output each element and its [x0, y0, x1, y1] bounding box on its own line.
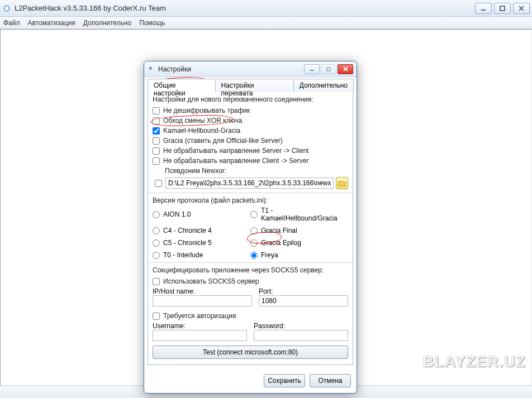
tabs-bar: Общие настройки Настройки перехвата Допо… — [148, 78, 353, 92]
radio-t0[interactable]: T0 - Interlude — [153, 251, 250, 259]
main-close-button[interactable] — [513, 3, 530, 14]
chk-no-c2s[interactable]: Не обрабатывать направление Client -> Se… — [153, 156, 348, 166]
port-input[interactable] — [259, 295, 348, 306]
dialog-footer: Сохранить Отмена — [144, 370, 357, 393]
dialog-window-controls — [304, 64, 353, 74]
ip-input[interactable] — [153, 295, 252, 306]
main-maximize-button[interactable] — [494, 3, 511, 14]
port-field: Port: — [259, 287, 348, 306]
browse-button[interactable] — [336, 177, 348, 189]
radio-t1[interactable]: T1 - Kamael/Hellbound/Gracia — [250, 207, 348, 222]
radio-gfinal-label: Gracia Final — [261, 227, 297, 234]
proto-radio-group: AION 1.0 T1 - Kamael/Hellbound/Gracia C4… — [153, 207, 348, 259]
main-window-controls — [473, 3, 530, 14]
chk-gracia-input[interactable] — [153, 137, 160, 145]
divider — [148, 193, 353, 193]
app-icon — [2, 4, 11, 13]
radio-c4-label: C4 - Chronicle 4 — [163, 227, 212, 234]
dialog-close-button[interactable] — [338, 64, 353, 74]
tab-extra[interactable]: Дополнительно — [293, 79, 354, 92]
radio-c4-input[interactable] — [153, 227, 160, 234]
dialog-title: Настройки — [158, 65, 304, 73]
radio-gep-label: Gracia Epilog — [261, 239, 301, 247]
ip-label: IP/Host name: — [153, 287, 252, 295]
maximize-icon — [500, 6, 505, 11]
radio-freya-input[interactable] — [250, 252, 258, 259]
radio-c5-input[interactable] — [153, 239, 160, 247]
divider — [148, 262, 353, 263]
chk-gracia-label: Gracia (ставить для Official-like Server… — [163, 137, 283, 145]
chk-auth-label: Требуется авторизация — [163, 312, 236, 320]
chk-auth-input[interactable] — [153, 313, 160, 320]
newxor-path-row — [153, 177, 348, 189]
menu-help[interactable]: Помощь — [139, 19, 165, 27]
main-titlebar[interactable]: L2PacketHack v3.5.33.166 by CoderX.ru Te… — [0, 0, 532, 17]
radio-aion-input[interactable] — [153, 211, 160, 218]
main-window: L2PacketHack v3.5.33.166 by CoderX.ru Te… — [0, 0, 532, 398]
minimize-icon — [481, 6, 486, 11]
user-label: Username: — [153, 322, 247, 330]
radio-t0-input[interactable] — [153, 252, 160, 259]
chk-no-s2c-input[interactable] — [153, 147, 160, 155]
newxor-path-input[interactable] — [165, 178, 334, 189]
tab-panel-general: Настройки для нового перехваченного соед… — [148, 92, 353, 365]
chk-xor-bypass[interactable]: Обход смены XOR ключа — [153, 116, 348, 126]
chk-gracia[interactable]: Gracia (ставить для Official-like Server… — [153, 136, 348, 146]
menubar: Файл Автоматизация Дополнительно Помощь — [0, 17, 532, 29]
close-icon — [519, 6, 524, 11]
section-proto-label: Версия протокола (файл packets.ini): — [153, 196, 348, 204]
pass-label: Password: — [254, 322, 348, 330]
radio-t1-input[interactable] — [250, 211, 258, 218]
test-button[interactable]: Test (connect microsoft.com:80) — [153, 346, 348, 359]
radio-c5[interactable]: C5 - Chronicle 5 — [153, 239, 250, 247]
menu-file[interactable]: Файл — [3, 19, 20, 27]
chk-no-c2s-input[interactable] — [153, 157, 160, 165]
chk-kamael-input[interactable] — [153, 127, 160, 135]
settings-dialog: Настройки Общие настройки Настройки пере… — [144, 61, 357, 394]
user-field: Username: — [153, 322, 247, 341]
chk-use-socks-label: Использовать SOCKS5 сервер — [163, 277, 259, 285]
minimize-icon — [309, 66, 315, 72]
menu-extra[interactable]: Дополнительно — [83, 19, 131, 27]
client-area: Настройки Общие настройки Настройки пере… — [0, 29, 532, 386]
main-title: L2PacketHack v3.5.33.166 by CoderX.ru Te… — [15, 4, 473, 12]
chk-no-s2c[interactable]: Не обрабатывать направление Server -> Cl… — [153, 146, 348, 156]
newxor-label: Псевдоним Newxor: — [153, 167, 348, 175]
svg-rect-7 — [327, 68, 330, 71]
pass-input[interactable] — [254, 330, 348, 341]
menu-automation[interactable]: Автоматизация — [28, 19, 75, 27]
ip-field: IP/Host name: — [153, 287, 252, 306]
radio-aion[interactable]: AION 1.0 — [153, 207, 250, 222]
tab-capture[interactable]: Настройки перехвата — [215, 79, 294, 92]
svg-rect-3 — [500, 6, 505, 11]
dialog-maximize-button[interactable] — [321, 64, 336, 74]
dialog-titlebar[interactable]: Настройки — [144, 61, 357, 77]
tab-general[interactable]: Общие настройки — [148, 79, 216, 92]
chk-use-socks-input[interactable] — [153, 278, 160, 285]
main-minimize-button[interactable] — [475, 3, 492, 14]
dialog-minimize-button[interactable] — [304, 64, 320, 74]
radio-c4[interactable]: C4 - Chronicle 4 — [153, 227, 250, 234]
chk-kamael[interactable]: Kamael-Hellbound-Gracia — [153, 126, 348, 136]
chk-use-socks[interactable]: Использовать SOCKS5 сервер — [153, 276, 348, 286]
chk-xor-bypass-input[interactable] — [153, 117, 160, 124]
chk-no-decrypt-input[interactable] — [153, 107, 160, 114]
user-input[interactable] — [153, 330, 247, 341]
radio-gep-input[interactable] — [250, 239, 258, 247]
folder-icon — [338, 180, 346, 186]
pass-field: Password: — [254, 322, 348, 341]
socks-auth-row: Username: Password: — [153, 322, 348, 341]
watermark: BLAYZER.UZ — [422, 353, 526, 371]
radio-freya[interactable]: Freya — [250, 251, 348, 259]
socks-host-port-row: IP/Host name: Port: — [153, 287, 348, 306]
chk-newxor-enable[interactable] — [155, 180, 162, 187]
save-button[interactable]: Сохранить — [264, 374, 305, 387]
radio-gfinal[interactable]: Gracia Final — [250, 227, 348, 234]
radio-t0-label: T0 - Interlude — [163, 251, 203, 259]
radio-gfinal-input[interactable] — [250, 227, 258, 234]
cancel-button[interactable]: Отмена — [310, 374, 351, 387]
radio-freya-label: Freya — [261, 251, 278, 259]
chk-auth[interactable]: Требуется авторизация — [153, 311, 348, 321]
chk-no-decrypt[interactable]: Не дешифровывать трафик — [153, 106, 348, 116]
radio-gep[interactable]: Gracia Epilog — [250, 239, 348, 247]
